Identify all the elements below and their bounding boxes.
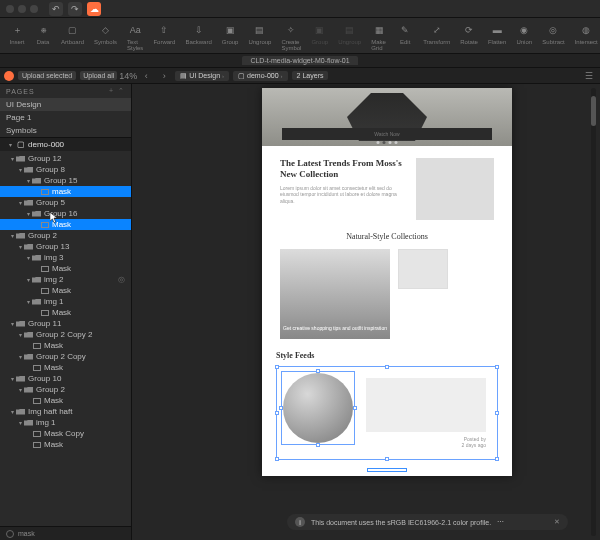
layer-group-5[interactable]: ▾Group 5 xyxy=(0,197,131,208)
page-row-page1[interactable]: Page 1 xyxy=(0,111,131,124)
resize-handle[interactable] xyxy=(279,406,283,410)
layer-group-2a[interactable]: ▾Group 2 xyxy=(0,230,131,241)
tool-make-grid[interactable]: ▦Make Grid xyxy=(366,20,392,53)
tool-data[interactable]: ⎈Data xyxy=(30,20,56,47)
selection-outline[interactable] xyxy=(367,468,407,472)
scrollbar-thumb[interactable] xyxy=(591,96,596,126)
layer-group-8[interactable]: ▾Group 8 xyxy=(0,164,131,175)
resize-handle[interactable] xyxy=(353,406,357,410)
resize-handle[interactable] xyxy=(316,443,320,447)
layer-mask-6[interactable]: Mask xyxy=(0,340,131,351)
tool-edit[interactable]: ✎Edit xyxy=(392,20,418,47)
feeds-section[interactable]: Style Feeds xyxy=(276,351,498,460)
natural-section[interactable]: Natural-Style Collections Get creative s… xyxy=(280,232,494,339)
carousel-dots[interactable] xyxy=(375,139,400,146)
layer-group-13[interactable]: ▾Group 13 xyxy=(0,241,131,252)
nav-back-button[interactable]: ‹ xyxy=(139,69,153,83)
layer-group-16[interactable]: ▾Group 16 xyxy=(0,208,131,219)
undo-button[interactable]: ↶ xyxy=(49,2,63,16)
resize-handle[interactable] xyxy=(275,457,279,461)
redo-button[interactable]: ↷ xyxy=(68,2,82,16)
filter-mask-icon[interactable] xyxy=(6,530,14,538)
tool-group[interactable]: ▣Group xyxy=(217,20,244,47)
tool-union[interactable]: ◉Union xyxy=(511,20,537,47)
tool-artboard[interactable]: ▢Artboard xyxy=(56,20,89,47)
layer-group-2-copy-2[interactable]: ▾Group 2 Copy 2 xyxy=(0,329,131,340)
layer-mask-5[interactable]: Mask xyxy=(0,307,131,318)
layer-mask-3[interactable]: Mask xyxy=(0,263,131,274)
layer-mask-4[interactable]: Mask xyxy=(0,285,131,296)
selection-frame[interactable]: Posted by2 days ago xyxy=(276,366,498,460)
hero-section[interactable]: Watch Now xyxy=(262,88,512,146)
layer-tree[interactable]: ▾Group 12 ▾Group 8 ▾Group 15 mask ▾Group… xyxy=(0,151,131,526)
plugin-indicator-icon[interactable] xyxy=(4,71,14,81)
resize-handle[interactable] xyxy=(275,411,279,415)
tool-text-styles[interactable]: AaText Styles xyxy=(122,20,148,53)
feed-circle-image[interactable] xyxy=(283,373,353,443)
breadcrumb-artboard[interactable]: ▢demo-000› xyxy=(233,71,288,81)
minimize-icon[interactable] xyxy=(18,5,26,13)
nav-forward-button[interactable]: › xyxy=(157,69,171,83)
upload-all-button[interactable]: Upload all xyxy=(80,71,117,80)
natural-main-image[interactable]: Get creative shopping tips and outfit in… xyxy=(280,249,390,339)
layers-section-header[interactable]: ▾ ▢ demo-000 xyxy=(0,137,131,151)
page-row-symbols[interactable]: Symbols xyxy=(0,124,131,137)
page-row-ui-design[interactable]: UI Design xyxy=(0,98,131,111)
layer-group-11[interactable]: ▾Group 11 xyxy=(0,318,131,329)
resize-handle[interactable] xyxy=(385,457,389,461)
layer-img-1b[interactable]: ▾img 1 xyxy=(0,417,131,428)
tool-flatten[interactable]: ▬Flatten xyxy=(483,20,511,47)
toast-close-icon[interactable]: ✕ xyxy=(554,518,560,526)
resize-handle[interactable] xyxy=(275,365,279,369)
trends-section[interactable]: The Latest Trends From Moss's New Collec… xyxy=(262,146,512,232)
breadcrumb-layers[interactable]: 2 Layers xyxy=(292,71,329,80)
layer-group-10[interactable]: ▾Group 10 xyxy=(0,373,131,384)
layer-img-3[interactable]: ▾img 3 xyxy=(0,252,131,263)
tool-insert[interactable]: ＋Insert xyxy=(4,20,30,47)
layer-mask-1[interactable]: mask xyxy=(0,186,131,197)
breadcrumb-page[interactable]: ▤UI Design› xyxy=(175,71,229,81)
collapse-pages-icon[interactable]: ⌃ xyxy=(118,87,125,95)
tool-transform[interactable]: ⤢Transform xyxy=(418,20,455,47)
hidden-icon[interactable]: ◎ xyxy=(118,275,125,284)
canvas[interactable]: Watch Now The Latest Trends From Moss's … xyxy=(132,84,600,540)
layer-mask-8[interactable]: Mask xyxy=(0,395,131,406)
artboard-demo-000[interactable]: Watch Now The Latest Trends From Moss's … xyxy=(262,88,512,476)
tool-rotate[interactable]: ⟳Rotate xyxy=(455,20,483,47)
tool-symbols[interactable]: ◇Symbols xyxy=(89,20,122,47)
canvas-scrollbar[interactable] xyxy=(591,88,596,536)
tool-forward[interactable]: ⇧Forward xyxy=(148,20,180,47)
resize-handle[interactable] xyxy=(316,369,320,373)
layer-img-half[interactable]: ▾Img haft haft xyxy=(0,406,131,417)
resize-handle[interactable] xyxy=(495,457,499,461)
layer-group-15[interactable]: ▾Group 15 xyxy=(0,175,131,186)
close-icon[interactable] xyxy=(6,5,14,13)
inspector-toggle[interactable]: ☰ xyxy=(582,69,596,83)
tool-ungroup[interactable]: ▤Ungroup xyxy=(243,20,276,47)
layer-mask-9[interactable]: Mask xyxy=(0,439,131,450)
natural-side-image[interactable] xyxy=(398,249,494,339)
resize-handle[interactable] xyxy=(495,365,499,369)
tool-create-symbol[interactable]: ✧Create Symbol xyxy=(276,20,306,53)
layer-mask-7[interactable]: Mask xyxy=(0,362,131,373)
tool-intersect[interactable]: ◍Intersect xyxy=(570,20,600,47)
zoom-percent[interactable]: 14% xyxy=(121,69,135,83)
layer-group-2-copy[interactable]: ▾Group 2 Copy xyxy=(0,351,131,362)
layer-img-2[interactable]: ▾img 2◎ xyxy=(0,274,131,285)
layer-group-2b[interactable]: ▾Group 2 xyxy=(0,384,131,395)
tool-subtract[interactable]: ◎Subtract xyxy=(537,20,569,47)
trends-image-placeholder[interactable] xyxy=(416,158,494,220)
resize-handle[interactable] xyxy=(495,411,499,415)
layer-group-12[interactable]: ▾Group 12 xyxy=(0,153,131,164)
resize-handle[interactable] xyxy=(385,365,389,369)
zoom-icon[interactable] xyxy=(30,5,38,13)
toast-action[interactable]: ⋯ xyxy=(497,518,504,526)
tool-backward[interactable]: ⇩Backward xyxy=(180,20,216,47)
cloud-button[interactable]: ☁ xyxy=(87,2,101,16)
add-page-icon[interactable]: + xyxy=(109,87,114,95)
document-tab[interactable]: CLD-t-media-widget-M0-flow-01 xyxy=(242,56,357,65)
layer-mask-2[interactable]: Mask xyxy=(0,219,131,230)
upload-selected-button[interactable]: Upload selected xyxy=(18,71,76,80)
layer-img-1a[interactable]: ▾img 1 xyxy=(0,296,131,307)
feed-card[interactable]: Posted by2 days ago xyxy=(361,373,491,453)
